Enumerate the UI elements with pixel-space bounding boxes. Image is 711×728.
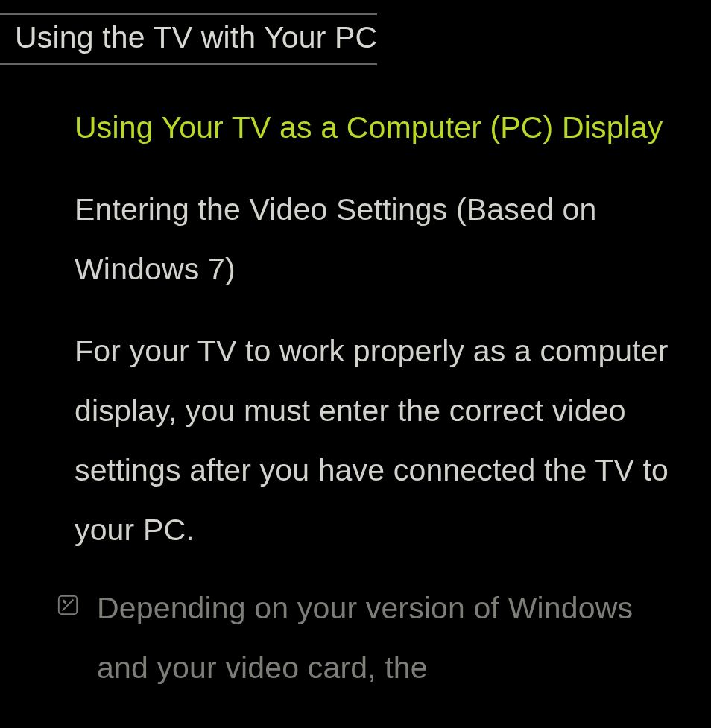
note-container: Depending on your version of Windows and…	[75, 579, 681, 698]
subtitle-highlight: Using Your TV as a Computer (PC) Display	[75, 98, 681, 158]
section-heading: Entering the Video Settings (Based on Wi…	[75, 180, 681, 300]
body-paragraph: For your TV to work properly as a comput…	[75, 322, 681, 560]
content-region: Using Your TV as a Computer (PC) Display…	[0, 98, 711, 697]
note-text: Depending on your version of Windows and…	[97, 579, 681, 698]
page-title: Using the TV with Your PC	[0, 13, 377, 65]
note-icon	[57, 594, 79, 616]
